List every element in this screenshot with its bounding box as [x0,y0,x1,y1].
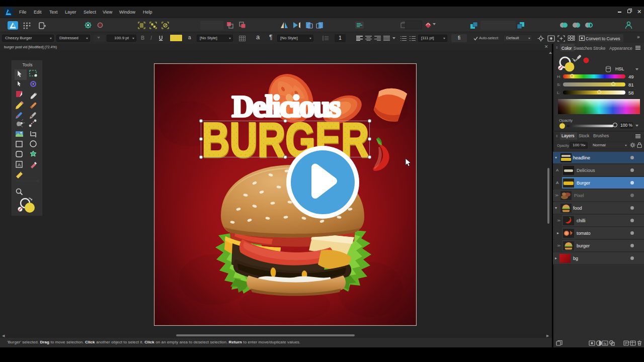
svg-text:fx: fx [603,341,606,346]
svg-text:A: A [18,162,21,167]
